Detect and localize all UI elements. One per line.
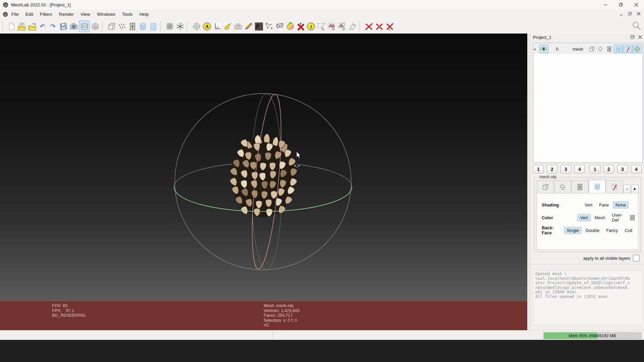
tab-points[interactable] bbox=[554, 180, 572, 193]
quality-mapper-button[interactable] bbox=[285, 21, 295, 32]
select-faces-button[interactable] bbox=[326, 21, 337, 32]
bookmark-button-1[interactable]: 1 bbox=[533, 165, 544, 173]
apply-all-layers-checkbox[interactable] bbox=[633, 255, 640, 261]
tab-backface[interactable] bbox=[606, 180, 623, 193]
menu-edit[interactable]: Edit bbox=[22, 10, 37, 18]
radiance-scaling-button[interactable] bbox=[264, 21, 274, 32]
copy-shot-button[interactable] bbox=[233, 21, 243, 32]
show-layer-dialog-button[interactable] bbox=[79, 20, 90, 32]
menu-view[interactable]: View bbox=[77, 10, 94, 18]
option-user-def[interactable]: User-Def bbox=[609, 212, 625, 224]
delete-selected-faces-button[interactable] bbox=[364, 21, 374, 32]
option-face[interactable]: Face bbox=[596, 201, 611, 208]
toolbar-grip[interactable] bbox=[2, 21, 5, 32]
menu-file[interactable]: File bbox=[8, 10, 22, 18]
draw-bbox-button[interactable] bbox=[106, 21, 117, 32]
layer-points-button[interactable] bbox=[596, 45, 605, 53]
restore-button[interactable] bbox=[613, 0, 629, 9]
layer-name[interactable]: mesh bbox=[573, 47, 587, 52]
bookmark-button-1[interactable]: 1 bbox=[590, 165, 600, 173]
pinecone-mesh[interactable] bbox=[229, 133, 298, 217]
option-vert[interactable]: Vert bbox=[582, 201, 595, 208]
dock-splitter[interactable] bbox=[527, 34, 530, 330]
layer-flat-button[interactable] bbox=[613, 45, 623, 53]
menu-windows[interactable]: Windows bbox=[94, 10, 119, 18]
mdi-restore-button[interactable] bbox=[627, 11, 633, 17]
bookmark-button-3[interactable]: 3 bbox=[617, 165, 628, 173]
expand-caret-icon[interactable]: ▸ bbox=[534, 47, 539, 51]
dock-float-icon[interactable] bbox=[630, 35, 635, 39]
flat-shading-tab-pane: Shading VertFaceNone Color VertMeshUser-… bbox=[537, 193, 639, 250]
align-tool-button[interactable] bbox=[274, 21, 285, 32]
log-area[interactable]: Opened mesh \ \wsl.localhost\Ubuntu\home… bbox=[533, 270, 642, 325]
option-double[interactable]: Double bbox=[583, 227, 602, 234]
draw-texture-button[interactable] bbox=[164, 21, 175, 32]
save-project-button[interactable] bbox=[58, 21, 68, 32]
user-color-swatch[interactable] bbox=[630, 215, 635, 221]
light-on-off-button[interactable] bbox=[222, 21, 233, 32]
select-vertices-button[interactable] bbox=[337, 21, 347, 32]
option-mesh[interactable]: Mesh bbox=[592, 214, 608, 221]
layer-wireframe-button[interactable] bbox=[605, 45, 613, 53]
menu-tools[interactable]: Tools bbox=[119, 10, 136, 18]
layer-bbox-button[interactable] bbox=[587, 45, 596, 53]
layer-visibility-button[interactable] bbox=[539, 45, 548, 53]
tab-scroll-left-button[interactable] bbox=[623, 185, 631, 193]
option-single[interactable]: Single bbox=[564, 227, 582, 234]
draw-points-button[interactable] bbox=[117, 21, 127, 32]
bookmark-button-3[interactable]: 3 bbox=[560, 165, 571, 173]
draw-texture-icon bbox=[165, 22, 174, 31]
menu-filters[interactable]: Filters bbox=[37, 10, 56, 18]
menu-render[interactable]: Render bbox=[56, 10, 77, 18]
shader-mode-button[interactable]: PP bbox=[254, 21, 264, 32]
menu-help[interactable]: Help bbox=[136, 10, 152, 18]
layer-list[interactable]: ▸ 0 mesh bbox=[533, 43, 643, 163]
new-project-button[interactable] bbox=[6, 21, 16, 32]
snapshot-button[interactable] bbox=[68, 21, 79, 32]
layer-row[interactable]: ▸ 0 mesh bbox=[534, 44, 642, 54]
tab-bbox[interactable] bbox=[537, 180, 554, 193]
mdi-close-button[interactable] bbox=[635, 11, 642, 17]
ortho-view-button[interactable] bbox=[191, 21, 202, 32]
option-cull[interactable]: Cull bbox=[622, 227, 635, 234]
show-raster-button[interactable] bbox=[90, 21, 100, 32]
tab-flat-shading[interactable] bbox=[589, 180, 606, 193]
meshlab-window: MeshLab 2022.02 - [Project_1] File Edit … bbox=[0, 0, 644, 362]
bookmark-button-2[interactable]: 2 bbox=[547, 165, 557, 173]
ambient-occlusion-button[interactable]: A bbox=[202, 21, 212, 32]
delete-selected-faces-vertices-button[interactable] bbox=[374, 21, 384, 32]
option-vert[interactable]: Vert bbox=[577, 214, 590, 221]
gl-viewport[interactable]: FOV: 60 FPS: 97.1 BO_RENDERING Mesh: mes… bbox=[0, 34, 527, 330]
red-cylinder-icon bbox=[625, 46, 631, 52]
option-fancy[interactable]: Fancy bbox=[603, 227, 621, 234]
layer-texture-button[interactable] bbox=[632, 45, 642, 53]
draw-smooth-button[interactable] bbox=[148, 21, 158, 32]
mesh-info-button[interactable]: i bbox=[306, 21, 316, 32]
redo-button[interactable]: ↷ bbox=[48, 21, 58, 32]
delete-mesh-button[interactable] bbox=[295, 21, 306, 32]
open-project-button[interactable] bbox=[27, 21, 37, 32]
bookmark-button-4[interactable]: 4 bbox=[631, 165, 642, 173]
dock-close-icon[interactable] bbox=[638, 35, 642, 39]
layer-backface-button[interactable] bbox=[623, 45, 632, 53]
draw-flat-button[interactable] bbox=[138, 21, 148, 32]
option-none[interactable]: None bbox=[613, 201, 629, 208]
mdi-minimize-button[interactable] bbox=[618, 11, 625, 17]
import-mesh-button[interactable] bbox=[16, 21, 27, 32]
z-painting-button[interactable] bbox=[243, 21, 254, 32]
show-axes-button[interactable] bbox=[212, 21, 222, 32]
draw-wireframe-button[interactable] bbox=[127, 21, 138, 32]
trackball-axes-button[interactable]: y bbox=[175, 21, 185, 32]
undo-button[interactable]: ↶ bbox=[37, 21, 48, 32]
search-button[interactable] bbox=[631, 21, 641, 31]
select-rect-button[interactable] bbox=[316, 21, 326, 32]
delete-selected-vertices-button[interactable] bbox=[384, 21, 395, 32]
bookmark-button-4[interactable]: 4 bbox=[574, 165, 585, 173]
tab-scroll-right-button[interactable] bbox=[631, 185, 639, 193]
close-button[interactable] bbox=[629, 0, 644, 9]
move-mesh-button[interactable] bbox=[347, 21, 358, 32]
minimize-button[interactable] bbox=[598, 0, 613, 9]
tab-wireframe[interactable] bbox=[571, 180, 589, 193]
bookmark-button-2[interactable]: 2 bbox=[603, 165, 614, 173]
arrow-left-icon bbox=[626, 187, 628, 191]
